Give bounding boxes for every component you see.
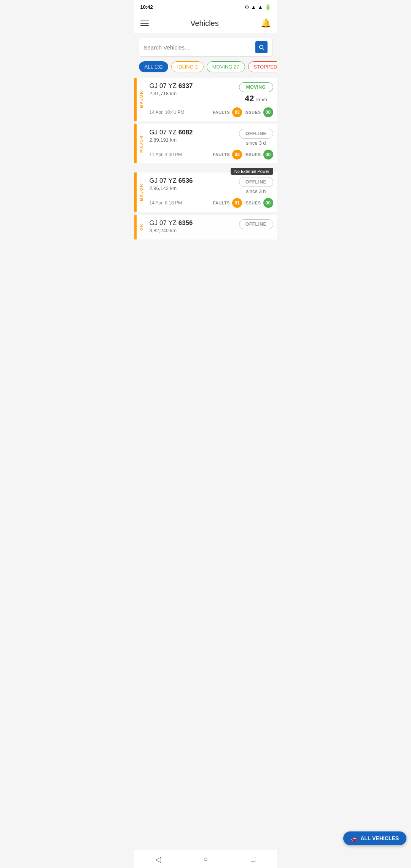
status-badge-1: OFFLINE <box>239 129 273 139</box>
status-time: 10:42 <box>140 4 153 10</box>
battery-icon: 🔋 <box>265 4 271 10</box>
tab-stopped[interactable]: STOPPED 4 <box>248 61 277 72</box>
vehicle-card-0[interactable]: MAJOR GJ 07 YZ 6337 2,31,718 km MOVING 4… <box>134 78 277 121</box>
since-2: since 3 h <box>239 188 273 194</box>
issues-badge-0: 00 <box>263 107 273 117</box>
notifications-icon[interactable]: 🔔 <box>261 18 271 28</box>
card-date-0: 14 Apr, 10:41 PM <box>150 110 185 115</box>
search-button[interactable] <box>255 41 268 53</box>
severity-label-2: MAJOR <box>137 172 146 212</box>
vehicle-km-1: 2,89,191 km <box>150 137 193 143</box>
tab-idling[interactable]: IDLING 2 <box>171 61 203 72</box>
card-date-2: 14 Apr, 8:16 PM <box>150 200 182 206</box>
faults-badge-2: 01 <box>232 198 242 208</box>
faults-issues-1: FAULTS 03 ISSUES 00 <box>213 150 273 160</box>
search-bar <box>139 38 272 57</box>
vehicle-card-2[interactable]: No External Power MAJOR GJ 07 YZ 6536 2,… <box>134 172 277 212</box>
wifi-icon: ▲ <box>251 4 256 10</box>
card-content-1: GJ 07 YZ 6082 2,89,191 km OFFLINE since … <box>146 124 277 163</box>
severity-label-3: OR <box>137 215 146 239</box>
faults-badge-0: 03 <box>232 107 242 117</box>
speed-0: 42 km/h <box>239 94 273 104</box>
faults-issues-0: FAULTS 03 ISSUES 00 <box>213 107 273 117</box>
vehicle-id-1: GJ 07 YZ 6082 <box>150 129 193 136</box>
vehicle-id-2: GJ 07 YZ 6536 <box>150 177 193 185</box>
header-actions: 🔔 <box>261 18 271 28</box>
menu-button[interactable] <box>140 21 149 26</box>
status-badge-3: OFFLINE <box>239 219 273 229</box>
severity-label-1: MAJOR <box>137 124 146 163</box>
vehicle-km-3: 3,82,240 km <box>150 228 193 233</box>
card-content-3: GJ 07 YZ 6356 3,82,240 km OFFLINE <box>146 215 277 239</box>
tab-all[interactable]: ALL 132 <box>139 61 169 72</box>
severity-label-0: MAJOR <box>137 78 146 121</box>
status-badge-2: OFFLINE <box>239 177 273 187</box>
svg-point-0 <box>259 45 263 49</box>
card-content-2: GJ 07 YZ 6536 2,96,142 km OFFLINE since … <box>146 172 277 212</box>
tab-moving[interactable]: MOVING 27 <box>207 61 245 72</box>
vehicle-km-0: 2,31,718 km <box>150 91 193 96</box>
status-icons: ⚙ ▲ ▲ 🔋 <box>245 4 271 10</box>
since-1: since 3 d <box>239 140 273 146</box>
vehicle-id-3: GJ 07 YZ 6356 <box>150 219 193 227</box>
vehicle-id-0: GJ 07 YZ 6337 <box>150 82 193 90</box>
faults-issues-2: FAULTS 01 ISSUES 00 <box>213 198 273 208</box>
status-badge-0: MOVING <box>239 82 273 92</box>
issues-badge-2: 00 <box>263 198 273 208</box>
vehicle-km-2: 2,96,142 km <box>150 185 193 191</box>
search-input[interactable] <box>144 44 255 51</box>
vehicle-list: MAJOR GJ 07 YZ 6337 2,31,718 km MOVING 4… <box>134 76 277 241</box>
svg-line-1 <box>263 48 264 49</box>
card-date-1: 11 Apr, 4:30 PM <box>150 152 182 157</box>
no-external-power-label: No External Power <box>231 168 273 175</box>
app-header: Vehicles 🔔 <box>134 14 277 33</box>
settings-icon: ⚙ <box>245 4 249 10</box>
page-title: Vehicles <box>190 19 219 28</box>
filter-tabs: ALL 132 IDLING 2 MOVING 27 STOPPED 4 <box>134 60 277 76</box>
status-bar: 10:42 ⚙ ▲ ▲ 🔋 <box>134 0 277 14</box>
signal-icon: ▲ <box>258 4 263 10</box>
vehicle-card-3[interactable]: OR GJ 07 YZ 6356 3,82,240 km OFFLINE <box>134 215 277 239</box>
issues-badge-1: 00 <box>263 150 273 160</box>
faults-badge-1: 03 <box>232 150 242 160</box>
vehicle-card-1[interactable]: MAJOR GJ 07 YZ 6082 2,89,191 km OFFLINE … <box>134 124 277 163</box>
card-content-0: GJ 07 YZ 6337 2,31,718 km MOVING 42 km/h… <box>146 78 277 121</box>
